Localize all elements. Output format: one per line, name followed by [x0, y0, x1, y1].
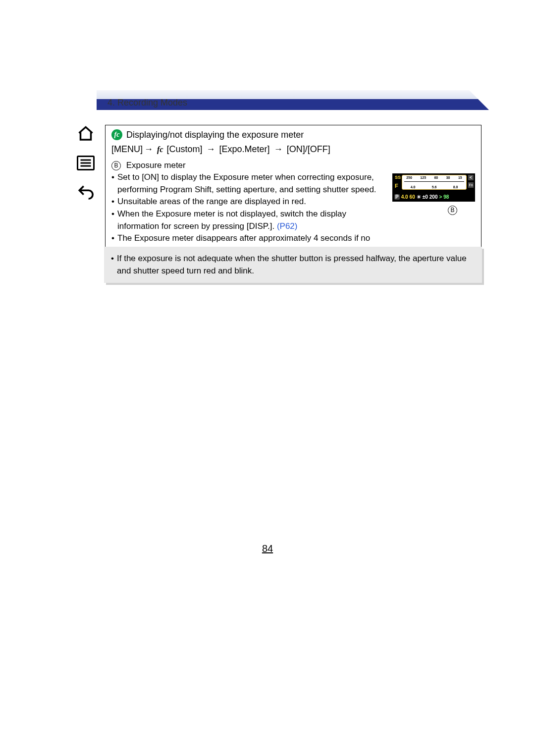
- note-box: If the exposure is not adequate when the…: [104, 247, 482, 283]
- menu-path: [MENU]→ fc [Custom] → [Expo.Meter] → [ON…: [111, 144, 475, 155]
- chevron-icon: >: [439, 194, 442, 200]
- callout-b-icon: B: [111, 161, 121, 170]
- list-item: Set to [ON] to display the Exposure mete…: [111, 171, 387, 196]
- right-arrow-icon: <: [468, 175, 474, 180]
- callout-b-icon: B: [448, 206, 457, 215]
- manual-page: 4. Recording Modes fc Displaying/not dis…: [0, 0, 535, 756]
- page-ref-link[interactable]: (P62): [277, 221, 298, 231]
- screen-column: SS F 250125 6030 15 4.05.6 8.0: [392, 171, 475, 257]
- menu-onoff: [ON]/[OFF]: [287, 144, 330, 154]
- callout-pointer: B: [392, 206, 475, 215]
- ev-readout: ☀±0: [417, 194, 428, 200]
- list-item: When the Exposure meter is not displayed…: [111, 208, 387, 232]
- iso-readout: 200: [429, 194, 438, 200]
- ss-scale: 250125 6030 15: [402, 176, 466, 179]
- custom-badge-icon: fc: [111, 129, 122, 140]
- back-icon[interactable]: [77, 183, 95, 200]
- label-row: B Exposure meter: [111, 161, 475, 170]
- screen-status-bar: P 4.0 60 ☀±0 200 > 98: [393, 192, 475, 201]
- page-number: 84: [0, 543, 535, 554]
- camera-screen-mock: SS F 250125 6030 15 4.05.6 8.0: [392, 173, 475, 202]
- list-item: Unsuitable areas of the range are displa…: [111, 196, 387, 208]
- note-text: If the exposure is not adequate when the…: [111, 253, 475, 277]
- exposure-meter-graphic: 250125 6030 15 4.05.6 8.0: [402, 175, 467, 190]
- ss-label: SS: [395, 175, 401, 180]
- shutter-readout: 60: [410, 194, 415, 200]
- breadcrumb: 4. Recording Modes: [107, 98, 187, 108]
- custom-icon-inline: fc: [157, 145, 163, 154]
- menu-icon[interactable]: [77, 156, 95, 170]
- aperture-readout: 4.0: [401, 194, 408, 200]
- info-box: fc Displaying/not displaying the exposur…: [105, 125, 482, 263]
- section-title: Displaying/not displaying the exposure m…: [126, 130, 304, 140]
- shots-remaining: 98: [443, 194, 449, 200]
- menu-custom: [Custom]: [167, 144, 203, 154]
- exposure-meter-label: Exposure meter: [126, 161, 186, 170]
- menu-expo: [Expo.Meter]: [219, 144, 270, 154]
- sidebar: [77, 125, 97, 213]
- f-label: F: [395, 183, 398, 189]
- mode-p-badge: P: [394, 194, 400, 200]
- home-icon[interactable]: [77, 125, 95, 143]
- f-scale: 4.05.6 8.0: [402, 185, 466, 189]
- bullet-list: Set to [ON] to display the Exposure mete…: [111, 171, 387, 257]
- fn-badge: Fn: [468, 182, 474, 188]
- menu-label: MENU: [114, 144, 140, 154]
